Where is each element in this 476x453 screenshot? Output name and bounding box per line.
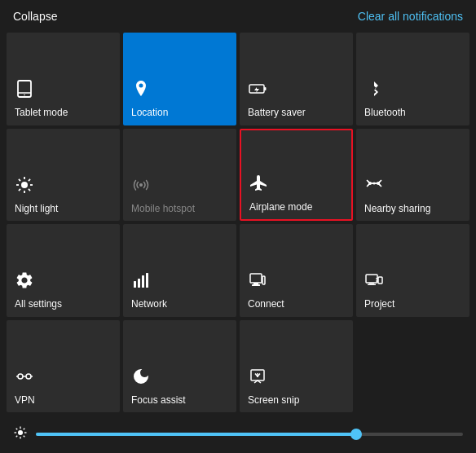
tile-vpn-label: VPN <box>15 394 35 406</box>
svg-rect-18 <box>134 281 136 288</box>
svg-line-49 <box>16 436 18 438</box>
settings-icon <box>15 270 34 293</box>
brightness-fill <box>36 433 356 436</box>
svg-line-10 <box>19 179 20 181</box>
svg-rect-30 <box>368 284 376 286</box>
brightness-track <box>36 433 463 436</box>
tile-night-light-label: Night light <box>15 203 58 214</box>
tile-focus-assist-label: Focus assist <box>131 394 186 406</box>
tiles-grid: Tablet mode Location Battery saver <box>0 29 476 419</box>
tile-battery-saver[interactable]: Battery saver <box>240 33 353 125</box>
svg-point-5 <box>21 182 28 188</box>
brightness-slider[interactable] <box>36 433 463 436</box>
snip-icon <box>248 367 267 389</box>
tile-mobile-hotspot[interactable]: Mobile hotspot <box>123 129 236 222</box>
tile-project[interactable]: Project <box>356 224 469 317</box>
tablet-icon <box>15 79 34 102</box>
tile-battery-saver-label: Battery saver <box>248 107 306 118</box>
tile-mobile-hotspot-label: Mobile hotspot <box>131 203 195 214</box>
svg-line-50 <box>24 429 25 430</box>
svg-rect-31 <box>378 277 382 284</box>
tile-nearby-sharing[interactable]: Nearby sharing <box>356 129 469 222</box>
svg-line-12 <box>19 189 20 191</box>
tile-bluetooth-label: Bluetooth <box>364 107 406 118</box>
svg-line-47 <box>16 429 18 430</box>
vpn-icon <box>15 367 34 389</box>
svg-line-48 <box>24 436 25 438</box>
svg-point-34 <box>18 374 23 379</box>
sun-icon <box>15 175 34 198</box>
project-icon <box>364 270 384 293</box>
tile-vpn[interactable]: VPN <box>7 320 120 413</box>
tile-connect[interactable]: Connect <box>240 224 353 317</box>
tile-all-settings[interactable]: All settings <box>7 224 120 317</box>
hotspot-icon <box>131 175 151 198</box>
tile-connect-label: Connect <box>248 298 284 310</box>
airplane-icon <box>249 174 269 196</box>
battery-icon <box>248 79 267 102</box>
tile-screen-snip-label: Screen snip <box>248 394 299 406</box>
tile-project-label: Project <box>364 298 394 310</box>
tile-location[interactable]: Location <box>123 33 236 125</box>
tile-network[interactable]: Network <box>123 224 236 317</box>
tile-network-label: Network <box>131 298 167 310</box>
svg-rect-25 <box>262 276 265 284</box>
top-bar: Collapse Clear all notifications <box>0 0 476 29</box>
moon-icon <box>131 367 151 389</box>
svg-line-13 <box>29 179 30 181</box>
svg-point-2 <box>24 95 25 96</box>
svg-rect-24 <box>252 284 260 286</box>
tile-screen-snip[interactable]: Screen snip <box>240 320 353 413</box>
nearby-icon <box>364 175 384 198</box>
svg-rect-20 <box>142 275 144 288</box>
tile-night-light[interactable]: Night light <box>7 129 120 222</box>
tile-tablet-mode-label: Tablet mode <box>15 107 68 118</box>
location-icon <box>131 79 151 102</box>
bluetooth-icon <box>364 79 384 102</box>
svg-point-35 <box>26 374 31 379</box>
tile-airplane-mode[interactable]: Airplane mode <box>240 129 353 222</box>
tile-nearby-sharing-label: Nearby sharing <box>364 203 430 214</box>
tile-all-settings-label: All settings <box>15 298 62 310</box>
connect-icon <box>248 270 267 293</box>
svg-rect-28 <box>366 275 377 283</box>
svg-rect-21 <box>146 273 148 288</box>
svg-rect-22 <box>250 274 262 283</box>
tile-location-label: Location <box>131 107 168 118</box>
collapse-button[interactable]: Collapse <box>13 10 57 23</box>
tile-tablet-mode[interactable]: Tablet mode <box>7 33 120 125</box>
action-center: Collapse Clear all notifications Tablet … <box>0 0 476 453</box>
brightness-bar <box>0 419 476 453</box>
svg-point-42 <box>18 430 23 435</box>
tile-focus-assist[interactable]: Focus assist <box>123 320 236 413</box>
network-icon <box>131 270 151 293</box>
tile-bluetooth[interactable]: Bluetooth <box>356 33 469 125</box>
brightness-thumb[interactable] <box>350 429 362 440</box>
svg-rect-19 <box>138 279 140 288</box>
svg-line-11 <box>29 189 30 191</box>
tile-airplane-mode-label: Airplane mode <box>249 201 312 213</box>
clear-notifications-button[interactable]: Clear all notifications <box>358 10 463 23</box>
brightness-low-icon <box>13 425 28 443</box>
svg-rect-29 <box>369 283 374 284</box>
svg-rect-4 <box>264 87 267 90</box>
svg-rect-23 <box>253 283 258 284</box>
